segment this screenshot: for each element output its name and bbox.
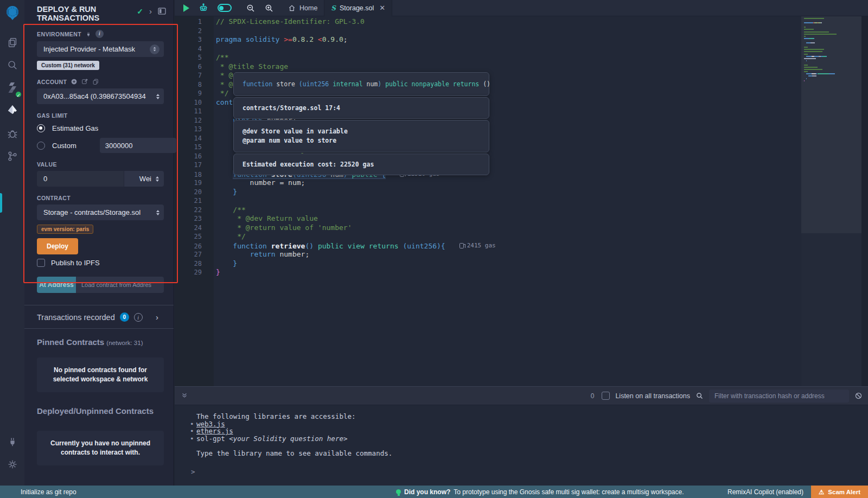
chevron-updown-icon (150, 44, 159, 54)
file-explorer-icon[interactable] (0, 31, 24, 54)
code-line[interactable]: 1// SPDX-License-Identifier: GPL-3.0 (175, 17, 868, 27)
code-line[interactable]: 29} (175, 268, 868, 277)
tooltip-function-signature: function store (uint256 internal num) pu… (233, 72, 489, 96)
active-plugin-marker (0, 193, 2, 213)
git-init-status[interactable]: Initialize as git repo (0, 488, 76, 496)
pin-panel-icon[interactable] (158, 8, 166, 15)
terminal-filter-input[interactable] (709, 390, 849, 403)
status-bar: Initialize as git repo Did you know? To … (0, 486, 868, 498)
forward-chevron-icon[interactable]: › (149, 7, 152, 16)
terminal-library-link[interactable]: web3.js (191, 420, 868, 428)
tab-home[interactable]: Home (282, 0, 324, 16)
publish-ipfs-checkbox[interactable] (37, 259, 45, 267)
code-line[interactable]: 28 } (175, 259, 868, 269)
terminal-prompt[interactable]: > (191, 468, 868, 476)
terminal-text-line (191, 442, 868, 450)
code-line[interactable]: 23 * @dev Return value (175, 214, 868, 224)
git-icon[interactable] (0, 145, 24, 168)
at-address-button[interactable]: At Address (37, 277, 76, 293)
unpinned-contracts-title: Deployed/Unpinned Contracts (24, 392, 174, 416)
ai-copilot-robot-icon[interactable] (194, 0, 213, 16)
code-line[interactable]: 19 number = num; (175, 178, 868, 188)
estimated-gas-label: Estimated Gas (52, 124, 98, 132)
copilot-status: RemixAI Copilot (enabled) (727, 488, 803, 496)
add-account-icon[interactable] (71, 78, 78, 85)
copy-account-icon[interactable] (92, 78, 99, 85)
chevron-updown-icon (156, 94, 159, 99)
terminal-library-link[interactable]: ethers.js (191, 427, 868, 435)
listen-all-transactions-checkbox[interactable] (602, 392, 610, 400)
home-icon (288, 4, 296, 12)
tab-storage-sol[interactable]: S Storage.sol ✕ (324, 0, 392, 16)
code-line[interactable]: 22 /** (175, 206, 868, 215)
network-badge: Custom (31) network (37, 61, 99, 70)
solidity-compiler-icon[interactable]: ✓ (0, 76, 24, 99)
transactions-expand-icon[interactable]: › (156, 312, 164, 322)
deploy-button[interactable]: Deploy (37, 238, 78, 254)
at-address-input[interactable] (76, 277, 164, 293)
publish-ipfs-label: Publish to IPFS (51, 259, 100, 267)
code-line[interactable]: 27 return number; (175, 250, 868, 259)
debugger-icon[interactable] (0, 122, 24, 145)
terminal-text-line: Type the library name to see available c… (191, 450, 868, 457)
editor-minimap[interactable] (801, 16, 861, 386)
copilot-toggle[interactable] (213, 0, 236, 16)
terminal-library-link[interactable]: sol-gpt <your Solidity question here> (191, 435, 868, 443)
code-line[interactable]: 20 } (175, 188, 868, 197)
fuel-icon (459, 243, 464, 248)
code-line[interactable]: 24 * @return value of 'number' (175, 224, 868, 233)
code-line[interactable]: 3pragma solidity >=0.8.2 <0.9.0; (175, 35, 868, 44)
remix-logo-icon[interactable] (3, 4, 22, 22)
gas-limit-label: GAS LIMIT (37, 112, 164, 119)
run-script-icon[interactable] (175, 0, 194, 16)
clear-console-icon[interactable] (854, 392, 863, 400)
code-line[interactable]: 2 (175, 27, 868, 36)
code-line[interactable]: 21 (175, 196, 868, 206)
value-input[interactable] (37, 171, 124, 187)
icon-sidebar: ✓ (0, 0, 24, 486)
transactions-recorded-label: Transactions recorded (37, 313, 115, 322)
compile-success-badge: ✓ (15, 91, 22, 98)
unpinned-empty-message: Currently you have no unpinned contracts… (37, 431, 164, 465)
transactions-info-icon[interactable]: i (134, 313, 143, 322)
account-select[interactable]: 0xA03...85ac4 (0.398673504934 (37, 88, 164, 104)
scam-alert-button[interactable]: ⚠ Scam Alert (811, 486, 868, 498)
plugin-manager-icon[interactable] (0, 430, 24, 453)
settings-gear-icon[interactable] (0, 453, 24, 476)
solidity-file-icon: S (331, 4, 336, 12)
gas-estimate-annotation: 2415 gas (459, 241, 496, 251)
editor-tabbar: Home S Storage.sol ✕ (175, 0, 868, 16)
listen-all-transactions-label: Listen on all transactions (615, 392, 690, 400)
tooltip-file-location: contracts/Storage.sol 17:4 (233, 97, 489, 119)
value-unit-select[interactable]: Wei (124, 171, 164, 187)
transaction-listen-count: 0 (591, 392, 595, 400)
value-label: VALUE (37, 161, 164, 168)
terminal-output[interactable]: The following libraries are accessible:w… (175, 405, 868, 476)
warning-icon: ⚠ (819, 488, 824, 496)
search-icon[interactable] (0, 54, 24, 76)
environment-select[interactable]: Injected Provider - MetaMask (37, 41, 164, 57)
environment-info-icon[interactable]: i (95, 30, 104, 38)
editor-scrollbar[interactable] (861, 16, 868, 386)
deploy-run-icon[interactable] (0, 99, 24, 122)
code-line[interactable]: 5/** (175, 53, 868, 62)
custom-gas-label: Custom (52, 142, 76, 150)
code-line[interactable]: 6 * @title Storage (175, 62, 868, 72)
contract-select[interactable]: Storage - contracts/Storage.sol (37, 205, 164, 220)
edit-account-icon[interactable] (81, 78, 88, 85)
code-line[interactable]: 4 (175, 44, 868, 54)
pinned-contracts-title: Pinned Contracts (network: 31) (24, 329, 174, 347)
zoom-out-icon[interactable] (241, 0, 260, 16)
custom-gas-input[interactable] (100, 138, 176, 153)
estimated-gas-radio[interactable] (37, 124, 45, 132)
custom-gas-radio[interactable] (37, 142, 45, 150)
code-line[interactable]: 25 */ (175, 232, 868, 241)
did-you-know-tip: Did you know? To prototype using the Gno… (396, 488, 684, 496)
deploy-run-panel: DEPLOY & RUN TRANSACTIONS ✓ › ENVIRONMEN… (24, 0, 174, 486)
contract-label: CONTRACT (37, 195, 164, 201)
zoom-in-icon[interactable] (260, 0, 278, 16)
chevron-updown-icon (156, 210, 159, 215)
close-tab-icon[interactable]: ✕ (379, 4, 385, 12)
code-line[interactable]: 26 function retrieve() public view retur… (175, 241, 868, 251)
collapse-terminal-icon[interactable] (181, 391, 188, 401)
